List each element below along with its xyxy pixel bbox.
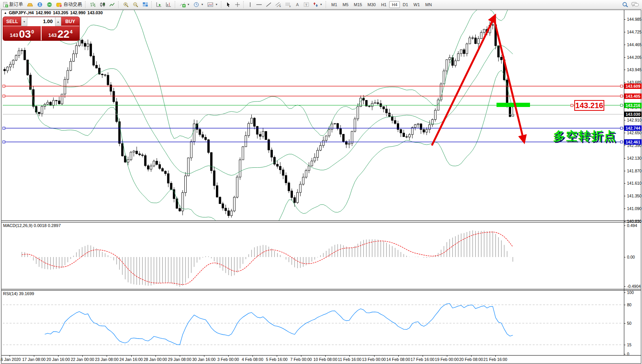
signals-button[interactable] <box>45 0 54 9</box>
macd-label: MACD(12,26,9) 0.0018 0.2897 <box>3 223 61 228</box>
price-tick-mark <box>624 221 625 222</box>
indicators-button[interactable]: ▼ <box>178 0 192 9</box>
date-tick-mark <box>301 355 301 357</box>
community-button[interactable] <box>35 0 45 9</box>
auto-trading-button[interactable]: 自动交易 <box>54 0 84 9</box>
crosshair-tool-button[interactable] <box>233 0 242 9</box>
clock-icon <box>194 2 199 7</box>
timeframe-button-m15[interactable]: M15 <box>351 1 364 8</box>
candlestick-type-button[interactable] <box>98 0 107 9</box>
bar-chart-type-button[interactable] <box>88 0 98 9</box>
svg-text:F: F <box>289 5 291 7</box>
svg-text:A: A <box>296 2 299 7</box>
sell-button[interactable]: SELL <box>3 17 21 26</box>
date-tick-mark <box>82 355 83 357</box>
cursor-icon <box>226 2 231 7</box>
date-tick-label: 24 Jan 16:00 <box>119 357 143 362</box>
trendline-tool-button[interactable] <box>264 0 273 9</box>
community-icon <box>37 2 43 7</box>
new-order-button[interactable]: 新订单 <box>1 0 25 9</box>
chart-window[interactable] <box>1 10 641 364</box>
timeframe-button-m1[interactable]: M1 <box>329 1 340 8</box>
date-tick-label: 16 Jan 2020 <box>0 357 21 362</box>
price-label-box: 143.216 <box>624 103 642 108</box>
price-tick-mark <box>624 145 625 146</box>
pane-separator[interactable] <box>2 220 641 221</box>
timeframe-button-m30[interactable]: M30 <box>365 1 378 8</box>
vertical-line-tool-button[interactable] <box>246 0 254 9</box>
indicators-caret: ▼ <box>187 3 190 6</box>
volume-input[interactable]: 1.00 <box>27 17 55 26</box>
templates-button[interactable]: ▼ <box>206 0 220 9</box>
horizontal-line-icon <box>256 2 262 7</box>
macd-tick-mark <box>624 257 625 257</box>
bid-price[interactable]: 143 03 0 <box>3 26 42 40</box>
toolbar-separator <box>221 1 223 8</box>
price-tick-mark <box>624 171 625 171</box>
timeframe-button-h4[interactable]: H4 <box>389 1 400 8</box>
price-callout-box[interactable]: 143.216 <box>574 100 604 111</box>
date-tick-label: 3 Feb 00:00 <box>217 357 239 362</box>
zoom-out-icon <box>133 2 139 7</box>
volume-decrease-button[interactable]: ▼ <box>21 17 27 26</box>
indicators-icon <box>180 2 186 7</box>
auto-scroll-button[interactable] <box>154 0 164 9</box>
date-tick-mark <box>58 355 59 357</box>
date-tick-label: 20 Feb 08:00 <box>459 357 483 362</box>
pane-separator[interactable] <box>2 289 641 289</box>
price-axis-line <box>624 10 624 355</box>
price-tick-mark <box>624 158 625 159</box>
zoom-in-button[interactable] <box>121 0 131 9</box>
pane-separator[interactable] <box>2 290 641 291</box>
text-tool-button[interactable]: A <box>293 0 302 9</box>
price-label-box: 143.405 <box>624 94 642 99</box>
text-label-tool-button[interactable]: T <box>302 0 311 9</box>
buy-button[interactable]: BUY <box>61 17 79 26</box>
date-tick-mark <box>471 355 471 357</box>
price-label-box: 142.461 <box>624 139 642 145</box>
timeframe-button-mn[interactable]: MN <box>423 1 435 8</box>
arrows-tool-button[interactable]: ▼ <box>311 0 324 9</box>
rsi-tick-mark <box>624 354 625 354</box>
rsi-tick: 0 <box>627 352 629 356</box>
horizontal-line-tool-button[interactable] <box>254 0 264 9</box>
trendline-icon <box>266 2 271 7</box>
pane-separator[interactable] <box>2 222 641 222</box>
date-tick-label: 17 Feb 16:00 <box>411 357 435 362</box>
tile-windows-button[interactable] <box>140 0 150 9</box>
price-tick-mark <box>624 32 625 32</box>
timeframe-button-w1[interactable]: W1 <box>411 1 423 8</box>
search-icon[interactable] <box>622 2 629 8</box>
volume-increase-button[interactable]: ▲ <box>55 17 61 26</box>
date-tick-mark <box>155 355 156 357</box>
chat-icon[interactable] <box>631 2 639 8</box>
line-chart-type-button[interactable] <box>107 0 117 9</box>
chart-shift-button[interactable] <box>164 0 174 9</box>
candlestick-icon <box>100 2 105 7</box>
price-label-box: 143.030 <box>624 112 642 117</box>
price-tick-mark <box>624 133 625 133</box>
timeframe-button-d1[interactable]: D1 <box>400 1 411 8</box>
timeframe-button-m5[interactable]: M5 <box>340 1 351 8</box>
turning-point-annotation[interactable]: 多空转折点 <box>553 128 617 144</box>
price-tick-mark <box>624 196 625 196</box>
ask-price[interactable]: 143 22 4 <box>42 26 79 40</box>
date-tick-label: 29 Jan 08:00 <box>168 357 191 362</box>
market-button[interactable] <box>25 0 35 9</box>
timeframe-button-h1[interactable]: H1 <box>378 1 389 8</box>
price-tick: 142.650 <box>627 130 642 135</box>
fibonacci-tool-button[interactable]: F <box>283 0 293 9</box>
toolbar-right <box>622 2 641 8</box>
date-tick-mark <box>447 355 447 357</box>
price-tick-mark <box>624 57 625 58</box>
toolbar-separator <box>118 1 120 8</box>
cursor-tool-button[interactable] <box>224 0 233 9</box>
date-tick-label: 28 Jan 00:00 <box>144 357 167 362</box>
date-tick-label: 23 Jan 08:00 <box>95 357 119 362</box>
date-tick-label: 20 Jan 16:00 <box>47 357 70 362</box>
trade-panel-collapse-icon[interactable]: ▲ <box>4 11 7 15</box>
zoom-out-button[interactable] <box>131 0 140 9</box>
periods-button[interactable]: ▼ <box>192 0 206 9</box>
channel-tool-button[interactable]: E <box>273 0 283 9</box>
rsi-tick: 80 <box>627 302 632 307</box>
